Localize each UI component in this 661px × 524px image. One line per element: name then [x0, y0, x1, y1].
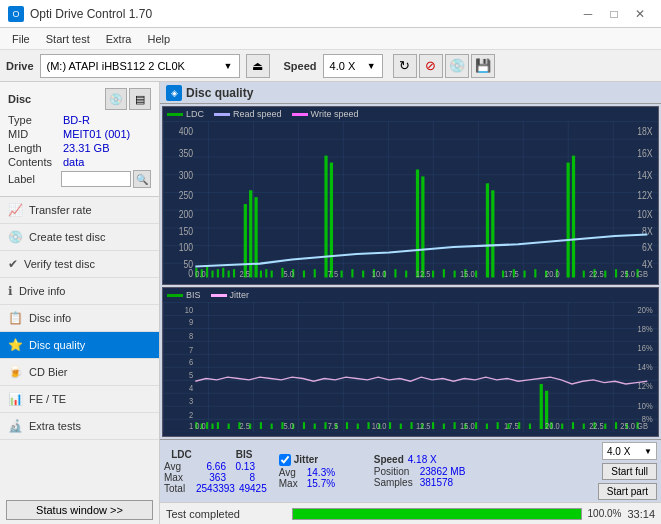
- disc-type-row: Type BD-R: [8, 114, 151, 126]
- top-chart-container: LDC Read speed Write speed: [162, 106, 659, 285]
- svg-rect-120: [400, 424, 402, 429]
- svg-text:3: 3: [189, 396, 193, 407]
- app-icon: O: [8, 6, 24, 22]
- disc-icon-btn[interactable]: 💿: [105, 88, 127, 110]
- fe-te-icon: 📊: [8, 392, 23, 406]
- legend-jitter: Jitter: [211, 290, 250, 300]
- svg-rect-54: [491, 190, 494, 277]
- svg-text:9: 9: [189, 317, 193, 328]
- svg-text:15.0: 15.0: [460, 269, 475, 280]
- svg-rect-41: [362, 271, 364, 278]
- svg-text:15.0: 15.0: [460, 420, 475, 431]
- nav-transfer-rate[interactable]: 📈 Transfer rate: [0, 197, 159, 224]
- disc-panel-header: Disc 💿 ▤: [8, 88, 151, 110]
- status-window-button[interactable]: Status window >>: [6, 500, 153, 520]
- disc-menu-btn[interactable]: ▤: [129, 88, 151, 110]
- max-label: Max: [164, 472, 192, 483]
- nav-extra-tests[interactable]: 🔬 Extra tests: [0, 413, 159, 440]
- cd-bier-icon: 🍺: [8, 365, 23, 379]
- jitter-avg-label: Avg: [279, 467, 307, 478]
- speed-select[interactable]: 4.0 X ▼: [323, 54, 383, 78]
- status-window-section: Status window >>: [6, 500, 153, 520]
- svg-text:400: 400: [179, 125, 194, 137]
- disc-label-icon-btn[interactable]: 🔍: [133, 170, 151, 188]
- menu-extra[interactable]: Extra: [98, 31, 140, 47]
- titlebar-controls: ─ □ ✕: [575, 4, 653, 24]
- svg-text:7.5: 7.5: [328, 420, 339, 431]
- minimize-button[interactable]: ─: [575, 4, 601, 24]
- svg-rect-53: [486, 183, 489, 277]
- svg-text:10: 10: [185, 304, 194, 315]
- menu-start-test[interactable]: Start test: [38, 31, 98, 47]
- svg-text:250: 250: [179, 189, 194, 201]
- svg-rect-128: [486, 424, 488, 429]
- avg-ldc-value: 6.66: [196, 461, 226, 472]
- disc-label-input[interactable]: [61, 171, 131, 187]
- svg-text:1: 1: [189, 420, 193, 431]
- save-button[interactable]: 💾: [471, 54, 495, 78]
- svg-rect-107: [260, 422, 262, 429]
- svg-text:14X: 14X: [637, 169, 653, 181]
- nav-disc-quality[interactable]: ⭐ Disc quality: [0, 332, 159, 359]
- write-speed-color: [292, 113, 308, 116]
- svg-rect-24: [222, 268, 224, 278]
- menu-help[interactable]: Help: [139, 31, 178, 47]
- speed-value: 4.0 X: [330, 60, 356, 72]
- svg-text:6X: 6X: [642, 241, 653, 253]
- legend-bis: BIS: [167, 290, 201, 300]
- nav-drive-info[interactable]: ℹ Drive info: [0, 278, 159, 305]
- progress-track: [292, 508, 582, 520]
- svg-rect-117: [367, 422, 369, 429]
- menu-file[interactable]: File: [4, 31, 38, 47]
- stats-bar: LDC BIS Avg 6.66 0.13 Max 363 8 Total 25…: [160, 439, 661, 502]
- close-button[interactable]: ✕: [627, 4, 653, 24]
- svg-text:17.5: 17.5: [504, 420, 519, 431]
- svg-text:10%: 10%: [638, 400, 653, 411]
- progress-time: 33:14: [627, 508, 655, 520]
- avg-label: Avg: [164, 461, 192, 472]
- svg-text:16%: 16%: [638, 343, 653, 354]
- svg-rect-66: [615, 269, 617, 277]
- stats-speed-group: Speed 4.18 X Position 23862 MB Samples 3…: [374, 454, 466, 488]
- drive-select[interactable]: (M:) ATAPI iHBS112 2 CL0K ▼: [40, 54, 240, 78]
- svg-text:20.0: 20.0: [545, 269, 560, 280]
- erase-button[interactable]: ⊘: [419, 54, 443, 78]
- stats-right-group: 4.0 X ▼ Start full Start part: [598, 442, 657, 500]
- nav-disc-info[interactable]: 📋 Disc info: [0, 305, 159, 332]
- burn-button[interactable]: 💿: [445, 54, 469, 78]
- start-part-button[interactable]: Start part: [598, 483, 657, 500]
- progress-percent: 100.0%: [588, 508, 622, 519]
- stats-avg-row: Avg 6.66 0.13: [164, 461, 267, 472]
- svg-rect-113: [324, 422, 326, 429]
- nav-cd-bier[interactable]: 🍺 CD Bier: [0, 359, 159, 386]
- svg-rect-22: [211, 271, 213, 278]
- total-ldc-value: 2543393: [196, 483, 235, 494]
- start-full-button[interactable]: Start full: [602, 463, 657, 480]
- jitter-checkbox[interactable]: [279, 454, 291, 466]
- svg-text:12X: 12X: [637, 189, 653, 201]
- nav-create-test-disc[interactable]: 💿 Create test disc: [0, 224, 159, 251]
- nav-verify-test-disc[interactable]: ✔ Verify test disc: [0, 251, 159, 278]
- svg-rect-127: [475, 422, 477, 429]
- maximize-button[interactable]: □: [601, 4, 627, 24]
- legend-bis-label: BIS: [186, 290, 201, 300]
- svg-rect-61: [567, 163, 570, 278]
- svg-text:17.5: 17.5: [504, 269, 519, 280]
- svg-text:8: 8: [189, 330, 193, 341]
- nav-fe-te[interactable]: 📊 FE / TE: [0, 386, 159, 413]
- svg-rect-133: [540, 384, 543, 429]
- speed-dropdown[interactable]: 4.0 X ▼: [602, 442, 657, 460]
- legend-read-speed: Read speed: [214, 109, 282, 119]
- svg-rect-47: [421, 176, 424, 277]
- svg-text:0.0: 0.0: [195, 269, 206, 280]
- refresh-button[interactable]: ↻: [393, 54, 417, 78]
- eject-button[interactable]: ⏏: [246, 54, 270, 78]
- svg-rect-30: [260, 271, 262, 278]
- svg-rect-125: [454, 422, 456, 429]
- stats-headers: LDC BIS: [164, 449, 267, 461]
- disc-length-label: Length: [8, 142, 63, 154]
- svg-rect-36: [314, 269, 316, 277]
- create-disc-icon: 💿: [8, 230, 23, 244]
- svg-rect-104: [228, 424, 230, 429]
- svg-text:18%: 18%: [638, 323, 653, 334]
